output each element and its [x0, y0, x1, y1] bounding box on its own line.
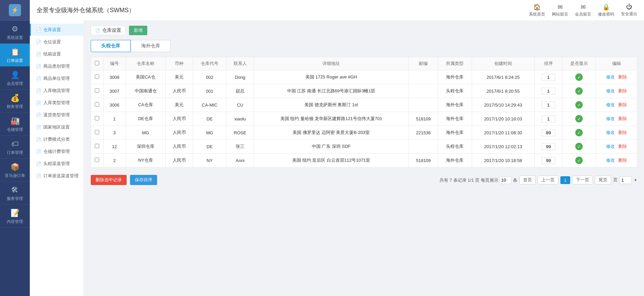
delete-link-4[interactable]: 删除 [618, 130, 627, 135]
nav-member-msg[interactable]: ✉ 会员留言 [575, 3, 591, 17]
cell-currency-1: 人民币 [166, 84, 193, 98]
left-nav-warehouse-settings[interactable]: 📄 仓库设置 [30, 24, 84, 36]
sort-input-5[interactable] [542, 143, 555, 150]
edit-link-4[interactable]: 修改 [606, 130, 615, 135]
tab-overseas[interactable]: 海外仓库 [131, 40, 171, 52]
left-nav-label-4: 商品单位管理 [43, 75, 70, 82]
left-nav-billing-mode[interactable]: 📄 计费模式分类 [30, 133, 84, 145]
nav-website-msg[interactable]: ✉ 网站留言 [552, 3, 568, 17]
th-action: 编辑 [596, 57, 637, 70]
current-page-btn[interactable]: 1 [560, 176, 570, 184]
cell-postcode-6: 518109 [409, 154, 438, 167]
edit-link-1[interactable]: 修改 [606, 88, 615, 93]
row-checkbox-2[interactable] [95, 102, 99, 107]
sidebar-item-warehouse-mgmt[interactable]: 🏭 仓储管理 [0, 113, 30, 136]
left-nav-warehouse-billing[interactable]: 📄 仓储计费管理 [30, 145, 84, 158]
edit-link-3[interactable]: 修改 [606, 116, 615, 121]
cell-sort-6 [535, 154, 562, 167]
delete-link-6[interactable]: 删除 [618, 158, 627, 163]
cell-sort-1 [535, 84, 562, 98]
delete-link-5[interactable]: 删除 [618, 144, 627, 149]
new-button[interactable]: 新增 [129, 26, 147, 35]
edit-link-2[interactable]: 修改 [606, 102, 615, 107]
delete-link-2[interactable]: 删除 [618, 102, 627, 107]
prev-page-btn[interactable]: 上一页 [538, 176, 558, 184]
left-nav-delivery-channel[interactable]: 📄 订单派送渠道管理 [30, 170, 84, 182]
cell-currency-0: 美元 [166, 70, 193, 84]
delete-link-3[interactable]: 删除 [618, 116, 627, 121]
sidebar-item-content-mgmt[interactable]: 📝 内容管理 [0, 205, 30, 228]
left-nav-inbound-type[interactable]: 📄 入库类型管理 [30, 97, 84, 109]
sidebar-item-service-mgmt[interactable]: 🛠 服务管理 [0, 182, 30, 205]
select-all-checkbox[interactable] [95, 61, 99, 65]
cell-name-5: 深圳仓库 [126, 140, 166, 154]
row-checkbox-0[interactable] [95, 74, 99, 79]
per-page-input[interactable] [499, 176, 512, 184]
sidebar-item-amazon-order[interactable]: 📦 亚马逊订单 [0, 159, 30, 182]
left-nav-product-unit[interactable]: 📄 商品单位管理 [30, 72, 84, 85]
sort-input-1[interactable] [542, 88, 555, 95]
row-checkbox-4[interactable] [95, 130, 99, 134]
delete-link-1[interactable]: 删除 [618, 88, 627, 93]
tab-first-leg[interactable]: 头程仓库 [91, 40, 131, 52]
left-nav-inbound-logistics[interactable]: 📄 入库物流管理 [30, 85, 84, 97]
cell-show-5: ✓ [562, 140, 596, 154]
edit-link-6[interactable]: 修改 [606, 158, 615, 163]
row-checkbox-5[interactable] [95, 144, 99, 148]
nav-home[interactable]: 🏠 系统首页 [529, 3, 545, 17]
tab-bar: 头程仓库 海外仓库 [91, 40, 637, 52]
breadcrumb-icon: 📄 [95, 28, 100, 33]
left-nav-carton-settings[interactable]: 📄 纸箱设置 [30, 48, 84, 60]
left-nav-label-3: 商品类别管理 [43, 63, 70, 69]
left-nav-position-settings[interactable]: 📄 仓位设置 [30, 36, 84, 48]
cell-sort-0 [535, 70, 562, 84]
cell-sort-3 [535, 112, 562, 126]
sort-input-6[interactable] [542, 157, 555, 164]
row-checkbox-1[interactable] [95, 88, 99, 93]
page-header: 📄 仓库设置 新增 [91, 26, 637, 35]
sort-input-4[interactable] [542, 129, 555, 136]
th-id: 编号 [103, 57, 126, 70]
sidebar-label-order: 订单设置 [7, 58, 23, 64]
sidebar-item-member-mgmt[interactable]: 👤 会员管理 [0, 67, 30, 90]
warehouse-icon: 🏭 [10, 117, 20, 126]
cell-show-0: ✓ [562, 70, 596, 84]
cell-id-0: 3008 [103, 70, 126, 84]
cell-address-0: 美国 1725 Roger ave #GH [254, 70, 409, 84]
th-created: 创建时间 [472, 57, 535, 70]
save-sort-button[interactable]: 保存排序 [130, 175, 157, 185]
table-row: 3007 中国南通仓 人民币 001 赵总 中国 江苏 南通 长江北路69号港汇… [91, 84, 637, 98]
first-page-btn[interactable]: 首页 [519, 176, 536, 184]
sidebar-item-system-settings[interactable]: ⚙ 系统设置 [0, 21, 30, 44]
left-nav-country-settings[interactable]: 📄 国家地区设置 [30, 121, 84, 133]
row-checkbox-3[interactable] [95, 116, 99, 120]
delete-selected-button[interactable]: 删除选中记录 [91, 175, 127, 185]
sort-input-0[interactable] [542, 74, 555, 81]
last-page-btn[interactable]: 尾页 [595, 176, 611, 184]
left-nav-product-category[interactable]: 📄 商品类别管理 [30, 60, 84, 72]
nav-change-pwd[interactable]: 🔒 修改密码 [598, 3, 614, 17]
left-nav-first-leg-channel[interactable]: 📄 头程渠道管理 [30, 158, 84, 170]
left-nav-return-type[interactable]: 📄 退货类型管理 [30, 109, 84, 121]
status-badge-5: ✓ [575, 143, 583, 150]
edit-link-5[interactable]: 修改 [606, 144, 615, 149]
sidebar-label-warehouse: 仓储管理 [7, 127, 23, 133]
nav-logout[interactable]: ⏻ 安全退出 [621, 3, 637, 17]
sort-input-3[interactable] [542, 115, 555, 122]
next-page-btn[interactable]: 下一页 [572, 176, 593, 184]
delete-link-0[interactable]: 删除 [618, 74, 627, 79]
cell-created-1: 2017/6/1 8:20:55 [472, 84, 535, 98]
sidebar-item-finance-mgmt[interactable]: 💰 财务管理 [0, 90, 30, 113]
cell-address-2: 美国 德克萨斯州 奥斯汀 1st [254, 98, 409, 112]
edit-link-0[interactable]: 修改 [606, 74, 615, 79]
row-checkbox-6[interactable] [95, 158, 99, 162]
cell-check-4 [91, 126, 103, 140]
go-page-input[interactable] [620, 176, 632, 184]
cell-check-3 [91, 112, 103, 126]
cell-contact-3: xiaolu [227, 112, 254, 126]
sidebar-item-order-mgmt[interactable]: 🏷 订单管理 [0, 136, 30, 159]
breadcrumb-text: 仓库设置 [102, 27, 121, 33]
member-msg-icon: ✉ [581, 3, 586, 11]
sort-input-2[interactable] [542, 101, 555, 109]
sidebar-item-order-settings[interactable]: 📋 订单设置 [0, 44, 30, 67]
